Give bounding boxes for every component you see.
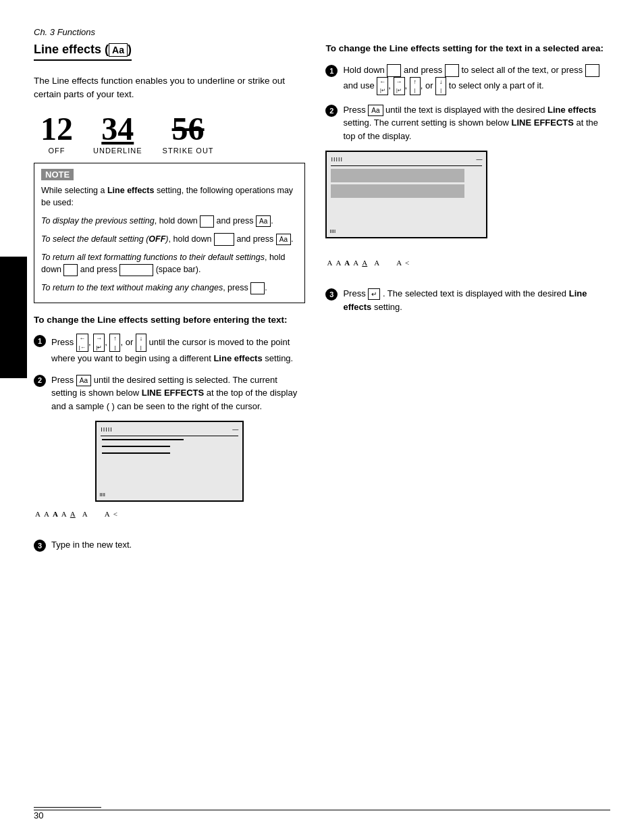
lcd-right: IIIII — IIII xyxy=(325,151,487,238)
chapter-label: Ch. 3 Functions xyxy=(34,27,610,37)
page-number: 30 xyxy=(34,807,101,820)
change-before-section: To change the Line effects setting befor… xyxy=(34,314,305,552)
selected-steps: 1 Hold down and press to select all of t… xyxy=(325,63,610,142)
note-content: While selecting a Line effects setting, … xyxy=(41,184,298,295)
demo-strikeout: 56 STRIKE OUT xyxy=(163,113,214,155)
section-title: Line effects (Aa) xyxy=(34,43,132,61)
lcd-left-wrapper: IIIII — IIII A xyxy=(34,421,305,518)
change-before-heading: To change the Line effects setting befor… xyxy=(34,314,305,327)
change-selected-heading: To change the Line effects setting for t… xyxy=(325,43,610,55)
step-before-3: 3 Type in the new text. xyxy=(34,538,305,552)
chapter-tab xyxy=(0,257,27,378)
page-divider xyxy=(34,810,610,810)
step-selected-3: 3 Press ↵ . The selected text is display… xyxy=(325,287,610,313)
demo-off: 12 OFF xyxy=(41,113,73,155)
step-selected-2: 2 Press Aa until the text is displayed w… xyxy=(325,103,610,143)
before-steps: 1 Press ←|←, →|↵, ↑|, or ↓| until the cu… xyxy=(34,334,305,413)
lcd-right-wrapper: IIIII — IIII A A A A A xyxy=(325,151,610,267)
lcd-left: IIIII — IIII xyxy=(95,421,244,502)
note-box: NOTE While selecting a Line effects sett… xyxy=(34,163,305,304)
step-selected-1: 1 Hold down and press to select all of t… xyxy=(325,63,610,95)
before-step3: 3 Type in the new text. xyxy=(34,538,305,552)
note-title: NOTE xyxy=(41,169,74,180)
selected-step3: 3 Press ↵ . The selected text is display… xyxy=(325,287,610,313)
intro-text: The Line effects function enables you to… xyxy=(34,74,305,102)
line-effects-demo: 12 OFF 34 UNDERLINE 56 STRIKE OUT xyxy=(34,110,305,157)
step-before-1: 1 Press ←|←, →|↵, ↑|, or ↓| until the cu… xyxy=(34,334,305,365)
step-before-2: 2 Press Aa until the desired setting is … xyxy=(34,373,305,413)
demo-underline: 34 UNDERLINE xyxy=(93,113,142,155)
